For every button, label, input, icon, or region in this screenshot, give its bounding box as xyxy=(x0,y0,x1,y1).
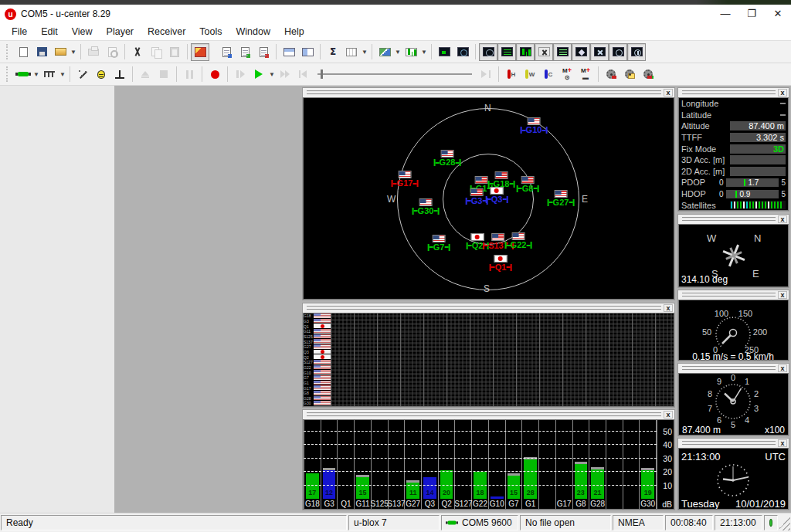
print-preview-button[interactable] xyxy=(103,43,121,61)
marker-connection-button[interactable]: M+▬ xyxy=(576,66,595,83)
play-dropdown[interactable]: ▼ xyxy=(268,66,276,83)
connect-receiver-dropdown[interactable]: ▼ xyxy=(32,66,40,83)
paste-button[interactable] xyxy=(165,43,184,61)
menu-view[interactable]: View xyxy=(65,25,100,39)
open-file-button[interactable] xyxy=(51,43,70,61)
position-slider[interactable] xyxy=(317,68,472,80)
save-file-button[interactable] xyxy=(32,43,51,61)
deviation-map-button[interactable] xyxy=(453,43,472,61)
altimeter-close-icon[interactable]: x xyxy=(778,364,787,372)
compass-view-toggle-button[interactable] xyxy=(572,43,590,61)
data-panel: x LongitudeLatitudeAltitude87.400 mTTFF3… xyxy=(677,87,789,212)
history-titlebar[interactable]: x xyxy=(303,303,674,313)
history-flag-G28 xyxy=(314,396,331,402)
compass-close-icon[interactable]: x xyxy=(778,215,787,223)
copy-button[interactable] xyxy=(147,43,165,61)
cold-start-button[interactable]: C xyxy=(539,66,558,83)
chart-titlebar[interactable]: x xyxy=(303,410,674,419)
clock-view-toggle-icon xyxy=(613,47,624,56)
close-button[interactable]: ✕ xyxy=(765,5,791,23)
docking-toggle-button[interactable] xyxy=(535,43,553,61)
cut-button[interactable] xyxy=(128,43,147,61)
receiver-connection-button[interactable] xyxy=(110,66,129,83)
chart-view-dropdown[interactable]: ▼ xyxy=(420,43,428,61)
map-view-dropdown[interactable]: ▼ xyxy=(394,43,402,61)
us-flag-icon xyxy=(494,171,508,179)
speed-titlebar[interactable]: x xyxy=(678,290,789,300)
toolbar-separator xyxy=(227,66,228,82)
us-flag-icon xyxy=(527,117,540,125)
packet-console-button[interactable] xyxy=(254,43,273,61)
menu-help[interactable]: Help xyxy=(277,25,311,39)
compass-titlebar[interactable]: x xyxy=(678,215,789,224)
split-horizontal-button[interactable] xyxy=(280,43,298,61)
svg-text:9: 9 xyxy=(717,377,721,386)
chart-view-button[interactable] xyxy=(402,43,420,61)
chart-close-icon[interactable]: x xyxy=(664,411,673,418)
altitude-view-toggle-button[interactable] xyxy=(627,43,646,61)
minimize-button[interactable]: — xyxy=(712,5,738,23)
print-button[interactable] xyxy=(84,43,103,61)
split-vertical-button[interactable] xyxy=(298,43,317,61)
skyview-close-icon[interactable]: x xyxy=(664,89,673,97)
menu-window[interactable]: Window xyxy=(229,25,277,39)
config-file-button[interactable] xyxy=(620,66,639,83)
us-flag-icon xyxy=(475,176,488,184)
skip-to-end-button[interactable] xyxy=(477,66,495,83)
record-button[interactable] xyxy=(205,66,224,83)
resize-grip[interactable] xyxy=(779,515,790,530)
map-view-button[interactable] xyxy=(375,43,394,61)
debug-messages-button[interactable] xyxy=(92,66,110,83)
config-save-button[interactable] xyxy=(639,66,657,83)
baudrate-dropdown[interactable]: ▼ xyxy=(59,66,66,83)
marker-stopwatch-button[interactable]: M+⊙ xyxy=(558,66,576,83)
config-receiver-button[interactable] xyxy=(602,66,620,83)
skyview-titlebar[interactable]: x xyxy=(303,88,674,97)
menu-edit[interactable]: Edit xyxy=(34,25,65,39)
history-close-icon[interactable]: x xyxy=(664,304,673,312)
skip-to-start-button[interactable] xyxy=(294,66,313,83)
clock-view-toggle-button[interactable] xyxy=(609,43,627,61)
statistic-view-button[interactable] xyxy=(324,43,342,61)
table-view-dropdown[interactable]: ▼ xyxy=(361,43,368,61)
clock-titlebar[interactable]: x xyxy=(678,439,789,448)
maximize-button[interactable]: ❐ xyxy=(738,5,765,23)
menu-player[interactable]: Player xyxy=(100,25,141,39)
text-console-button[interactable] xyxy=(236,43,254,61)
warm-start-button[interactable]: W xyxy=(521,66,539,83)
altimeter-titlebar[interactable]: x xyxy=(678,364,789,373)
hot-start-button[interactable]: H xyxy=(502,66,521,83)
data-panel-titlebar[interactable]: x xyxy=(678,88,789,97)
data-panel-close-icon[interactable]: x xyxy=(778,89,787,97)
messages-view-button[interactable] xyxy=(191,43,209,61)
table-view-button[interactable] xyxy=(342,43,361,61)
binary-console-button[interactable] xyxy=(217,43,236,61)
history-view-toggle-button[interactable] xyxy=(497,43,516,61)
pause-button[interactable] xyxy=(180,66,199,83)
eject-button[interactable] xyxy=(136,66,154,83)
clock-dial: 21:13:00 UTC Tuesday 10/01/2019 xyxy=(679,449,788,510)
stop-button[interactable] xyxy=(154,66,173,83)
menu-tools[interactable]: Tools xyxy=(192,25,229,39)
menu-receiver[interactable]: Receiver xyxy=(141,25,192,39)
step-forward-button[interactable] xyxy=(231,66,250,83)
fast-forward-button[interactable] xyxy=(276,66,294,83)
play-button[interactable] xyxy=(250,66,268,83)
clock-close-icon[interactable]: x xyxy=(778,439,787,447)
sky-view-toggle-button[interactable] xyxy=(479,43,497,61)
data-view-toggle-button[interactable] xyxy=(553,43,572,61)
open-file-dropdown[interactable]: ▼ xyxy=(70,43,77,61)
speed-close-icon[interactable]: x xyxy=(778,291,787,299)
menu-file[interactable]: File xyxy=(5,25,34,39)
baudrate-button[interactable] xyxy=(40,66,59,83)
speed-view-toggle-button[interactable] xyxy=(590,43,609,61)
chart-slot-Q2: 20Q2 xyxy=(439,420,456,509)
receiver-connection-icon xyxy=(115,69,124,79)
connect-receiver-button[interactable] xyxy=(14,66,32,83)
console-window-button[interactable] xyxy=(435,43,453,61)
clock-panel: x 21:13:00 UTC Tuesday 10/01/2019 xyxy=(677,438,789,510)
autobaud-wand-button[interactable] xyxy=(73,66,92,83)
new-file-icon xyxy=(19,47,28,57)
new-file-button[interactable] xyxy=(14,43,32,61)
signal-chart-toggle-button[interactable] xyxy=(516,43,535,61)
